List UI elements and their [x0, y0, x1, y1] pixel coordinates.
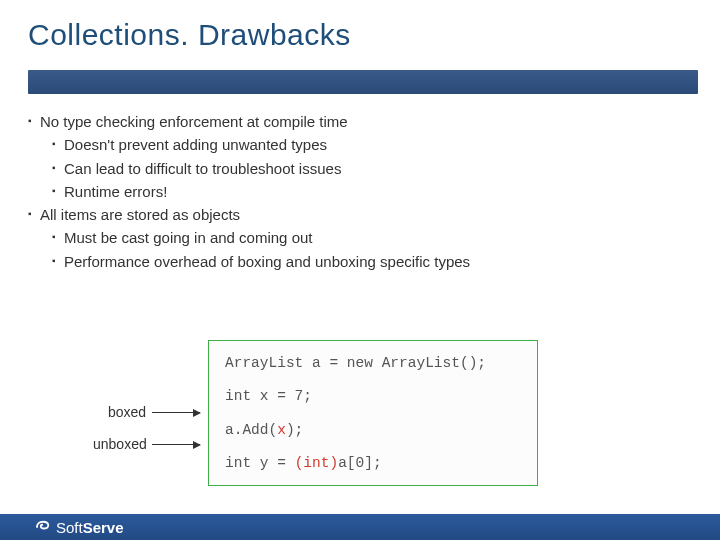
brand-text-serve: Serve [83, 519, 124, 536]
code-line: a.Add(x); [225, 422, 521, 439]
bullet-item: Must be cast going in and coming out [28, 226, 688, 249]
slide: Collections. Drawbacks No type checking … [0, 0, 720, 540]
slide-title: Collections. Drawbacks [0, 0, 720, 52]
code-highlight: (int) [295, 455, 339, 471]
bullet-item: No type checking enforcement at compile … [28, 110, 688, 133]
code-highlight: x [277, 422, 286, 438]
swirl-icon [34, 518, 52, 536]
header-bar [28, 70, 698, 94]
brand-logo: SoftServe [34, 518, 124, 536]
bullet-item: Performance overhead of boxing and unbox… [28, 250, 688, 273]
code-line: int x = 7; [225, 388, 521, 405]
code-box: ArrayList a = new ArrayList(); int x = 7… [208, 340, 538, 486]
bullet-item: All items are stored as objects [28, 203, 688, 226]
brand-text-soft: Soft [56, 519, 83, 536]
label-unboxed: unboxed [93, 436, 147, 452]
code-line: int y = (int)a[0]; [225, 455, 521, 472]
bullet-item: Doesn't prevent adding unwanted types [28, 133, 688, 156]
code-line: ArrayList a = new ArrayList(); [225, 355, 521, 372]
footer-bar: SoftServe [0, 514, 720, 540]
bullet-item: Runtime errors! [28, 180, 688, 203]
arrow-icon [152, 444, 200, 445]
bullet-item: Can lead to difficult to troubleshoot is… [28, 157, 688, 180]
content-body: No type checking enforcement at compile … [28, 110, 688, 273]
arrow-icon [152, 412, 200, 413]
label-boxed: boxed [108, 404, 146, 420]
